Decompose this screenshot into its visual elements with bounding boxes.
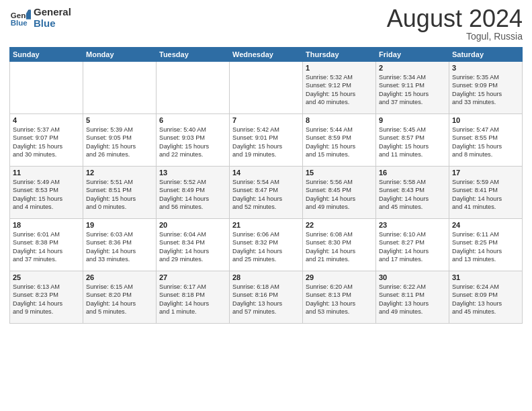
day-number: 25 bbox=[13, 273, 80, 281]
day-number: 20 bbox=[159, 221, 226, 229]
day-cell: 7Sunrise: 5:42 AM Sunset: 9:01 PM Daylig… bbox=[230, 114, 303, 167]
day-info: Sunrise: 6:13 AM Sunset: 8:23 PM Dayligh… bbox=[13, 283, 80, 316]
day-info: Sunrise: 5:54 AM Sunset: 8:47 PM Dayligh… bbox=[232, 178, 300, 212]
calendar-table: SundayMondayTuesdayWednesdayThursdayFrid… bbox=[9, 47, 523, 324]
day-cell: 6Sunrise: 5:40 AM Sunset: 9:03 PM Daylig… bbox=[157, 114, 230, 167]
day-number: 10 bbox=[452, 116, 519, 124]
week-row-2: 4Sunrise: 5:37 AM Sunset: 9:07 PM Daylig… bbox=[10, 114, 523, 167]
day-number: 26 bbox=[86, 273, 153, 281]
day-cell bbox=[10, 62, 83, 114]
day-number: 11 bbox=[13, 169, 80, 177]
day-info: Sunrise: 6:15 AM Sunset: 8:20 PM Dayligh… bbox=[86, 283, 153, 316]
day-info: Sunrise: 5:47 AM Sunset: 8:55 PM Dayligh… bbox=[452, 126, 519, 159]
day-cell: 5Sunrise: 5:39 AM Sunset: 9:05 PM Daylig… bbox=[83, 114, 157, 167]
svg-text:Blue: Blue bbox=[11, 18, 28, 26]
day-info: Sunrise: 6:08 AM Sunset: 8:30 PM Dayligh… bbox=[306, 230, 373, 264]
day-info: Sunrise: 6:06 AM Sunset: 8:32 PM Dayligh… bbox=[232, 230, 300, 264]
day-cell: 30Sunrise: 6:22 AM Sunset: 8:11 PM Dayli… bbox=[376, 271, 449, 324]
header: General Blue General Blue August 2024 To… bbox=[9, 7, 523, 42]
day-number: 15 bbox=[306, 169, 373, 177]
day-number: 4 bbox=[13, 116, 80, 124]
day-info: Sunrise: 5:51 AM Sunset: 8:51 PM Dayligh… bbox=[86, 178, 153, 212]
day-cell: 19Sunrise: 6:03 AM Sunset: 8:36 PM Dayli… bbox=[83, 219, 157, 271]
day-number: 19 bbox=[86, 221, 153, 229]
day-cell: 21Sunrise: 6:06 AM Sunset: 8:32 PM Dayli… bbox=[230, 219, 303, 271]
day-number: 27 bbox=[159, 273, 226, 281]
day-info: Sunrise: 6:18 AM Sunset: 8:16 PM Dayligh… bbox=[232, 283, 300, 316]
day-info: Sunrise: 6:22 AM Sunset: 8:11 PM Dayligh… bbox=[379, 283, 446, 316]
day-cell: 15Sunrise: 5:56 AM Sunset: 8:45 PM Dayli… bbox=[303, 167, 376, 219]
col-header-wednesday: Wednesday bbox=[230, 48, 303, 62]
col-header-friday: Friday bbox=[376, 48, 449, 62]
logo-line1: General bbox=[34, 7, 71, 18]
day-info: Sunrise: 6:01 AM Sunset: 8:38 PM Dayligh… bbox=[13, 230, 80, 264]
day-cell: 1Sunrise: 5:32 AM Sunset: 9:12 PM Daylig… bbox=[303, 62, 376, 114]
day-cell: 28Sunrise: 6:18 AM Sunset: 8:16 PM Dayli… bbox=[230, 271, 303, 324]
day-cell: 3Sunrise: 5:35 AM Sunset: 9:09 PM Daylig… bbox=[449, 62, 523, 114]
day-cell: 2Sunrise: 5:34 AM Sunset: 9:11 PM Daylig… bbox=[376, 62, 449, 114]
day-number: 16 bbox=[379, 169, 446, 177]
day-number: 17 bbox=[452, 169, 519, 177]
month-title: August 2024 bbox=[387, 7, 523, 31]
day-cell: 8Sunrise: 5:44 AM Sunset: 8:59 PM Daylig… bbox=[303, 114, 376, 167]
col-header-tuesday: Tuesday bbox=[157, 48, 230, 62]
day-info: Sunrise: 5:35 AM Sunset: 9:09 PM Dayligh… bbox=[452, 73, 519, 107]
week-row-3: 11Sunrise: 5:49 AM Sunset: 8:53 PM Dayli… bbox=[10, 167, 523, 219]
day-number: 14 bbox=[232, 169, 300, 177]
col-header-monday: Monday bbox=[83, 48, 157, 62]
location: Togul, Russia bbox=[387, 31, 523, 42]
day-info: Sunrise: 5:56 AM Sunset: 8:45 PM Dayligh… bbox=[306, 178, 373, 212]
day-info: Sunrise: 5:52 AM Sunset: 8:49 PM Dayligh… bbox=[159, 178, 226, 212]
day-info: Sunrise: 5:37 AM Sunset: 9:07 PM Dayligh… bbox=[13, 126, 80, 159]
day-cell: 13Sunrise: 5:52 AM Sunset: 8:49 PM Dayli… bbox=[157, 167, 230, 219]
day-number: 22 bbox=[306, 221, 373, 229]
day-cell: 25Sunrise: 6:13 AM Sunset: 8:23 PM Dayli… bbox=[10, 271, 83, 324]
main-container: General Blue General Blue August 2024 To… bbox=[0, 0, 532, 329]
day-info: Sunrise: 5:44 AM Sunset: 8:59 PM Dayligh… bbox=[306, 126, 373, 159]
day-number: 29 bbox=[306, 273, 373, 281]
day-cell: 26Sunrise: 6:15 AM Sunset: 8:20 PM Dayli… bbox=[83, 271, 157, 324]
day-info: Sunrise: 5:42 AM Sunset: 9:01 PM Dayligh… bbox=[232, 126, 300, 159]
day-number: 5 bbox=[86, 116, 153, 124]
day-info: Sunrise: 5:45 AM Sunset: 8:57 PM Dayligh… bbox=[379, 126, 446, 159]
day-number: 18 bbox=[13, 221, 80, 229]
title-block: August 2024 Togul, Russia bbox=[387, 7, 523, 42]
day-number: 23 bbox=[379, 221, 446, 229]
day-number: 6 bbox=[159, 116, 226, 124]
day-info: Sunrise: 6:04 AM Sunset: 8:34 PM Dayligh… bbox=[159, 230, 226, 264]
day-info: Sunrise: 5:40 AM Sunset: 9:03 PM Dayligh… bbox=[159, 126, 226, 159]
day-number: 2 bbox=[379, 64, 446, 72]
day-cell: 31Sunrise: 6:24 AM Sunset: 8:09 PM Dayli… bbox=[449, 271, 523, 324]
week-row-4: 18Sunrise: 6:01 AM Sunset: 8:38 PM Dayli… bbox=[10, 219, 523, 271]
day-info: Sunrise: 5:49 AM Sunset: 8:53 PM Dayligh… bbox=[13, 178, 80, 212]
col-header-sunday: Sunday bbox=[10, 48, 83, 62]
day-cell bbox=[157, 62, 230, 114]
day-info: Sunrise: 5:32 AM Sunset: 9:12 PM Dayligh… bbox=[306, 73, 373, 107]
day-info: Sunrise: 5:58 AM Sunset: 8:43 PM Dayligh… bbox=[379, 178, 446, 212]
day-number: 21 bbox=[232, 221, 300, 229]
day-number: 1 bbox=[306, 64, 373, 72]
logo-icon: General Blue bbox=[9, 7, 31, 29]
day-info: Sunrise: 6:10 AM Sunset: 8:27 PM Dayligh… bbox=[379, 230, 446, 264]
day-cell: 12Sunrise: 5:51 AM Sunset: 8:51 PM Dayli… bbox=[83, 167, 157, 219]
day-info: Sunrise: 6:20 AM Sunset: 8:13 PM Dayligh… bbox=[306, 283, 373, 316]
day-cell bbox=[230, 62, 303, 114]
day-cell: 24Sunrise: 6:11 AM Sunset: 8:25 PM Dayli… bbox=[449, 219, 523, 271]
col-header-thursday: Thursday bbox=[303, 48, 376, 62]
day-cell: 27Sunrise: 6:17 AM Sunset: 8:18 PM Dayli… bbox=[157, 271, 230, 324]
col-header-saturday: Saturday bbox=[449, 48, 523, 62]
day-cell: 16Sunrise: 5:58 AM Sunset: 8:43 PM Dayli… bbox=[376, 167, 449, 219]
day-number: 28 bbox=[232, 273, 300, 281]
day-cell bbox=[83, 62, 157, 114]
day-info: Sunrise: 5:39 AM Sunset: 9:05 PM Dayligh… bbox=[86, 126, 153, 159]
header-row: SundayMondayTuesdayWednesdayThursdayFrid… bbox=[10, 48, 523, 62]
day-cell: 20Sunrise: 6:04 AM Sunset: 8:34 PM Dayli… bbox=[157, 219, 230, 271]
day-info: Sunrise: 5:34 AM Sunset: 9:11 PM Dayligh… bbox=[379, 73, 446, 107]
day-info: Sunrise: 6:11 AM Sunset: 8:25 PM Dayligh… bbox=[452, 230, 519, 264]
day-cell: 22Sunrise: 6:08 AM Sunset: 8:30 PM Dayli… bbox=[303, 219, 376, 271]
day-number: 12 bbox=[86, 169, 153, 177]
day-cell: 23Sunrise: 6:10 AM Sunset: 8:27 PM Dayli… bbox=[376, 219, 449, 271]
day-number: 31 bbox=[452, 273, 519, 281]
day-cell: 10Sunrise: 5:47 AM Sunset: 8:55 PM Dayli… bbox=[449, 114, 523, 167]
day-number: 9 bbox=[379, 116, 446, 124]
